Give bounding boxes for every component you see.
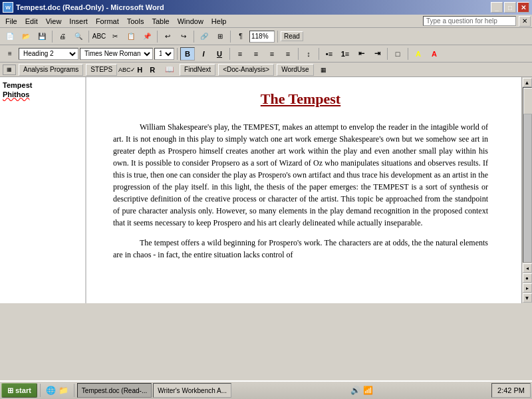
- font-color-button[interactable]: A: [427, 47, 442, 61]
- start-button[interactable]: ⊞ start: [1, 383, 37, 398]
- undo-button[interactable]: ↩: [160, 30, 175, 43]
- menu-bar: File Edit View Insert Format Tools Table…: [0, 15, 532, 28]
- extra-icon: ▦: [317, 63, 331, 76]
- new-button[interactable]: 📄: [3, 30, 17, 43]
- title-bar: W Tempest.doc (Read-Only) - Microsoft Wo…: [0, 0, 532, 15]
- taskbar-separator: [40, 384, 41, 397]
- start-label: start: [15, 386, 31, 394]
- taskbar-item-word[interactable]: Tempest.doc (Read-...: [77, 383, 152, 398]
- app-icon: W: [3, 2, 13, 13]
- toolbar-separator-3: [157, 31, 158, 43]
- align-right-button[interactable]: ≡: [265, 47, 279, 61]
- read-button[interactable]: Read: [281, 31, 303, 41]
- copy-button[interactable]: 📋: [124, 30, 138, 43]
- align-justify-button[interactable]: ≡: [281, 47, 295, 61]
- indent-button[interactable]: ⇥: [370, 47, 384, 61]
- ie-icon[interactable]: 🌐: [46, 386, 56, 395]
- toolbar-separator-4: [194, 31, 194, 43]
- document-title: The Tempest: [113, 90, 488, 108]
- spell-button[interactable]: ABC: [92, 30, 106, 43]
- toolbar-separator-2: [88, 31, 89, 43]
- save-button[interactable]: 💾: [35, 30, 49, 43]
- italic-button[interactable]: I: [196, 47, 211, 61]
- help-close-icon[interactable]: ✕: [519, 16, 531, 27]
- taskbar-item-workbench[interactable]: Writer's Workbench A...: [153, 383, 231, 398]
- line-spacing-button[interactable]: ↕: [301, 47, 316, 61]
- print-button[interactable]: 🖨: [55, 30, 70, 43]
- bold-button[interactable]: B: [180, 47, 195, 61]
- document-area: The Tempest William Shakespeare's play, …: [86, 77, 521, 303]
- paragraph-button[interactable]: ¶: [233, 30, 248, 43]
- zoom-select[interactable]: 118%: [249, 31, 275, 43]
- table-button[interactable]: ⊞: [213, 30, 227, 43]
- toolbar-standard: 📄 📂 💾 🖨 🔍 ABC ✂ 📋 📌 ↩ ↪ 🔗 ⊞ ¶ 118% Read: [0, 28, 532, 45]
- fmt-separator-4: [319, 48, 319, 60]
- maximize-button[interactable]: □: [504, 2, 516, 13]
- menu-table[interactable]: Table: [148, 16, 173, 27]
- outdent-button[interactable]: ⇤: [354, 47, 368, 61]
- document-body: William Shakespeare's play, the TEMPEST,…: [113, 121, 488, 261]
- menu-edit[interactable]: Edit: [21, 16, 42, 27]
- toolbar-analysis: ▦ Analysis Programs STEPS ABC✓ H R 📖 Fin…: [0, 63, 532, 77]
- system-clock: 2:42 PM: [491, 383, 531, 398]
- fmt-separator-3: [298, 48, 299, 60]
- hyperlink-button[interactable]: 🔗: [197, 30, 211, 43]
- vertical-scrollbar[interactable]: ▲ ◂ ● ▸ ▼: [521, 77, 532, 303]
- scroll-next-page[interactable]: ▸: [523, 283, 532, 293]
- font-select[interactable]: Times New Roman: [80, 48, 153, 60]
- numbering-button[interactable]: 1≡: [338, 47, 352, 61]
- analysis-programs-button[interactable]: Analysis Programs: [19, 64, 83, 76]
- scroll-down-button[interactable]: ▼: [523, 293, 532, 303]
- scrollbar-track[interactable]: [523, 87, 532, 263]
- size-select[interactable]: 12: [154, 48, 174, 60]
- scrollbar-thumb[interactable]: [523, 88, 533, 114]
- cut-button[interactable]: ✂: [108, 30, 122, 43]
- menu-view[interactable]: View: [42, 16, 66, 27]
- toolbar-separator-5: [230, 31, 231, 43]
- style-indent-icon: ≡: [3, 47, 17, 61]
- style-select[interactable]: Heading 2: [19, 48, 78, 60]
- menu-help[interactable]: Help: [207, 16, 231, 27]
- highlight-button[interactable]: A: [411, 47, 426, 61]
- underline-button[interactable]: U: [212, 47, 227, 61]
- fmt-separator-1: [177, 48, 178, 60]
- left-margin-panel: Tempest Phithos: [0, 77, 86, 303]
- toolbar-separator-6: [277, 31, 278, 43]
- align-left-button[interactable]: ≡: [233, 47, 247, 61]
- fmt-separator-6: [408, 48, 408, 60]
- border-button[interactable]: □: [390, 47, 405, 61]
- redo-button[interactable]: ↪: [176, 30, 191, 43]
- open-button[interactable]: 📂: [19, 30, 33, 43]
- preview-button[interactable]: 🔍: [71, 30, 86, 43]
- close-button[interactable]: ✕: [517, 2, 529, 13]
- fmt-separator-5: [387, 48, 388, 60]
- menu-tools[interactable]: Tools: [123, 16, 148, 27]
- bullets-button[interactable]: •≡: [322, 47, 336, 61]
- volume-icon: 📶: [363, 386, 373, 395]
- menu-file[interactable]: File: [1, 16, 21, 27]
- start-icon: ⊞: [7, 386, 13, 395]
- zoom-value: 118%: [251, 33, 269, 40]
- paragraph-1: William Shakespeare's play, the TEMPEST,…: [113, 121, 488, 229]
- scroll-up-button[interactable]: ▲: [523, 78, 532, 87]
- paste-button[interactable]: 📌: [140, 30, 154, 43]
- minimize-button[interactable]: _: [491, 2, 503, 13]
- spell-check-icon[interactable]: ABC✓: [120, 63, 134, 76]
- margin-label-1: Tempest: [3, 81, 82, 89]
- help-input[interactable]: Type a question for help: [423, 16, 516, 26]
- folder-icon[interactable]: 📁: [59, 386, 68, 395]
- select-browse-btn[interactable]: ●: [523, 273, 532, 283]
- findnext-button[interactable]: FindNext: [180, 64, 215, 76]
- window-title: Tempest.doc (Read-Only) - Microsoft Word: [16, 3, 164, 11]
- worduse-button[interactable]: WordUse: [277, 64, 314, 76]
- doc-analysis-button[interactable]: <Doc-Analysis>: [218, 64, 274, 76]
- network-icon: 🔊: [350, 386, 360, 395]
- align-center-button[interactable]: ≡: [249, 47, 263, 61]
- menu-window[interactable]: Window: [174, 16, 207, 27]
- steps-button[interactable]: STEPS: [86, 64, 117, 76]
- scroll-prev-page[interactable]: ◂: [523, 263, 532, 273]
- taskbar-quick-launch: 🌐 📁: [43, 386, 71, 395]
- menu-format[interactable]: Format: [92, 16, 123, 27]
- menu-insert[interactable]: Insert: [65, 16, 92, 27]
- taskbar-separator-2: [74, 384, 74, 397]
